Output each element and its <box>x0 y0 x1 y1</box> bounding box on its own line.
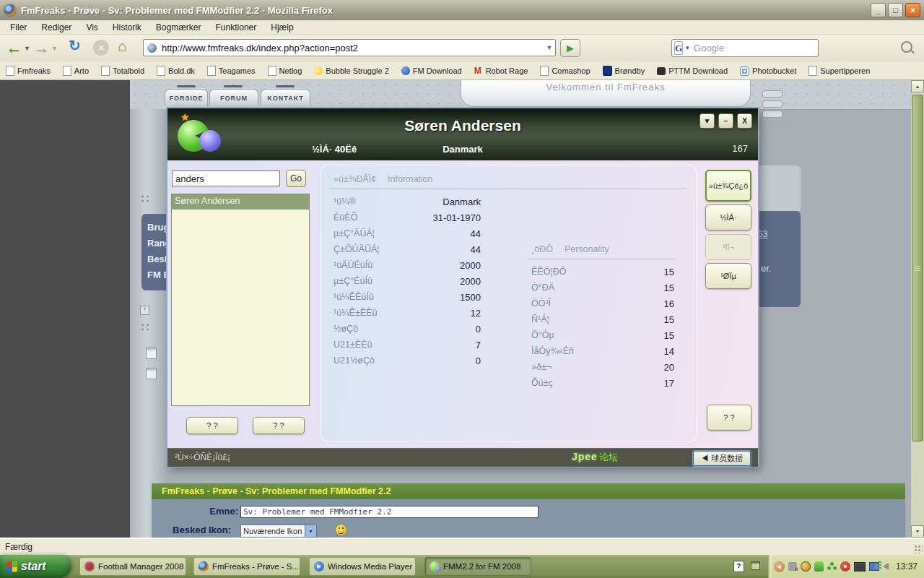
menu-item-rediger[interactable]: Rediger <box>35 21 77 34</box>
basic-info-button[interactable]: »ù±¾Çé¿ö <box>705 170 751 202</box>
list-item-selected[interactable]: Søren Andersen <box>172 194 309 210</box>
info-row: Ç±ÔÚÄÜÁ¦44 <box>334 241 481 257</box>
scroll-up-icon[interactable]: ▲ <box>911 80 924 92</box>
messenger-icon[interactable] <box>814 561 824 571</box>
player-data-card: »ù±¾ÐÅÏ¢Information ¹ú¼®Danmark ÉúÈÕ31-0… <box>321 165 697 442</box>
volume-icon[interactable] <box>883 563 889 570</box>
start-button[interactable]: start <box>0 555 71 578</box>
network-nodes-icon[interactable] <box>827 562 837 571</box>
forward-dropdown-icon[interactable]: ▼ <box>51 45 58 52</box>
dual-monitor-icon[interactable] <box>854 562 866 571</box>
stop-icon[interactable]: × <box>93 40 109 56</box>
bookmark-brondby[interactable]: Brøndby <box>603 66 645 76</box>
bookmark-comashop[interactable]: Comashop <box>540 66 590 76</box>
menu-item-bogmaerker[interactable]: Bogmærker <box>150 21 207 34</box>
search-input[interactable] <box>692 42 822 54</box>
player-search-input[interactable] <box>172 171 280 186</box>
go-button[interactable]: ▶ <box>560 39 580 57</box>
record-icon[interactable] <box>840 561 850 571</box>
windows-flag-icon <box>6 561 17 573</box>
forward-icon[interactable]: → <box>33 38 49 57</box>
hide-icons-chevron[interactable]: ◄ <box>774 561 785 572</box>
bookmark-netlog[interactable]: Netlog <box>268 66 302 76</box>
url-input[interactable] <box>160 42 544 54</box>
fmm-body: Go Søren Andersen ? ? ? ? »ù±¾ÐÅÏ¢Inform… <box>167 160 758 448</box>
maximize-button[interactable]: □ <box>888 3 903 17</box>
minimize-button[interactable]: − <box>718 113 733 129</box>
info-row: ½øÇò0 <box>334 321 481 337</box>
tab-forum[interactable]: FORUM <box>209 89 258 106</box>
unknown-button-1[interactable]: ? ? <box>186 417 238 434</box>
home-icon[interactable]: ⌂ <box>118 38 127 55</box>
bookmark-bubble-struggle[interactable]: Bubble Struggle 2 <box>314 66 388 75</box>
sidebar-item-rangliste[interactable]: Rangli <box>147 236 168 251</box>
personality-label: »ð±¬ <box>531 362 552 372</box>
coach-button[interactable]: ½ÌÁ· <box>705 204 751 230</box>
blocked-device-icon[interactable] <box>788 562 797 571</box>
personality-section-header: ¸öÐÔPersonality <box>531 244 609 254</box>
sidebar-item-brugere[interactable]: Bruge <box>147 220 168 236</box>
unknown-button-3[interactable]: ? ? <box>707 405 751 431</box>
unknown-button-2[interactable]: ? ? <box>253 417 305 434</box>
sidebar-item-beskeder[interactable]: Beske <box>147 251 168 267</box>
bookmark-bolddk[interactable]: Bold.dk <box>157 66 195 76</box>
menu-item-historik[interactable]: Historik <box>107 21 147 34</box>
relations-button[interactable]: ¹ØÏµ <box>705 263 751 289</box>
bookmark-photobucket[interactable]: Photobucket <box>740 66 796 76</box>
engine-dropdown-icon[interactable]: ▼ <box>684 45 690 51</box>
back-dropdown-icon[interactable]: ▼ <box>24 45 30 52</box>
brondby-shield-icon <box>603 66 612 76</box>
page-icon <box>207 66 216 76</box>
bookmark-label: Netlog <box>279 66 302 75</box>
number-link[interactable]: 63 <box>757 228 767 239</box>
help-tray-icon[interactable]: ? <box>733 561 744 572</box>
google-engine-icon[interactable]: G <box>674 41 683 55</box>
info-label: µ±Ç°ÉùÍû <box>334 276 372 286</box>
page-icon <box>63 66 71 76</box>
scrollbar-thumb[interactable] <box>912 95 923 441</box>
tab-kontakt[interactable]: KONTAKT <box>261 89 310 106</box>
message-icon-select[interactable]: Nuværende Ikon ▼ <box>240 525 317 538</box>
scroll-down-icon[interactable]: ▼ <box>911 525 924 538</box>
task-media-player[interactable]: ▶ Windows Media Player <box>309 557 416 576</box>
url-dropdown-icon[interactable]: ▼ <box>544 44 555 51</box>
menu-item-funktioner[interactable]: Funktioner <box>210 21 263 34</box>
bookmark-supertipperen[interactable]: Supertipperen <box>808 66 870 76</box>
search-bar: G ▼ <box>671 39 819 57</box>
minimize-button[interactable]: _ <box>871 3 886 17</box>
info-label: ¹úÄÚÉùÍû <box>334 260 372 270</box>
bookmark-totalbold[interactable]: Totalbold <box>101 66 144 76</box>
task-fmm-active[interactable]: FMM2.2 for FM 2008 <box>424 557 531 576</box>
restore-window-tray-icon[interactable] <box>751 561 760 570</box>
search-go-button[interactable]: Go <box>286 170 306 187</box>
bookmark-arto[interactable]: Arto <box>63 66 89 76</box>
logo-latin: Jpee <box>572 451 598 462</box>
page-scrollbar[interactable]: ▲ ▼ <box>911 80 924 538</box>
task-football-manager[interactable]: Football Manager 2008 <box>79 557 186 576</box>
sidebar-item-fmbase[interactable]: FM Ba <box>147 267 168 283</box>
bookmark-robot-rage[interactable]: MRobot Rage <box>474 66 528 76</box>
web-globe-icon[interactable] <box>801 561 811 571</box>
close-button[interactable]: × <box>905 3 920 17</box>
info-value: 44 <box>471 244 481 255</box>
shade-button[interactable]: ▼ <box>699 113 715 129</box>
window-title: FmFreaks - Prøve - Sv: Problemer med FMM… <box>21 5 333 16</box>
menu-item-filer[interactable]: Filer <box>4 21 32 34</box>
back-icon[interactable]: ← <box>6 38 22 57</box>
menu-item-vis[interactable]: Vis <box>80 21 103 34</box>
bookmark-fm-download[interactable]: FM Download <box>401 66 462 75</box>
player-data-back-button[interactable]: ◀ 球员数据 <box>693 451 751 466</box>
menu-item-hjaelp[interactable]: Hjælp <box>265 21 299 34</box>
reload-icon[interactable]: ↻ <box>69 37 81 54</box>
resize-grip-icon[interactable] <box>914 545 923 553</box>
bookmark-fmfreaks[interactable]: Fmfreaks <box>6 66 51 76</box>
task-firefox[interactable]: FmFreaks - Prøve - S... <box>193 557 300 576</box>
bookmark-teagames[interactable]: Teagames <box>207 66 256 76</box>
expand-plus-icon[interactable]: + <box>140 306 149 315</box>
smiley-icon[interactable] <box>336 525 346 535</box>
tab-forside[interactable]: FORSIDE <box>165 89 208 106</box>
subject-input[interactable] <box>240 506 539 518</box>
bookmark-pttm[interactable]: PTTM Download <box>657 66 728 75</box>
close-button[interactable]: X <box>737 113 752 129</box>
magnifier-icon[interactable] <box>901 41 912 53</box>
